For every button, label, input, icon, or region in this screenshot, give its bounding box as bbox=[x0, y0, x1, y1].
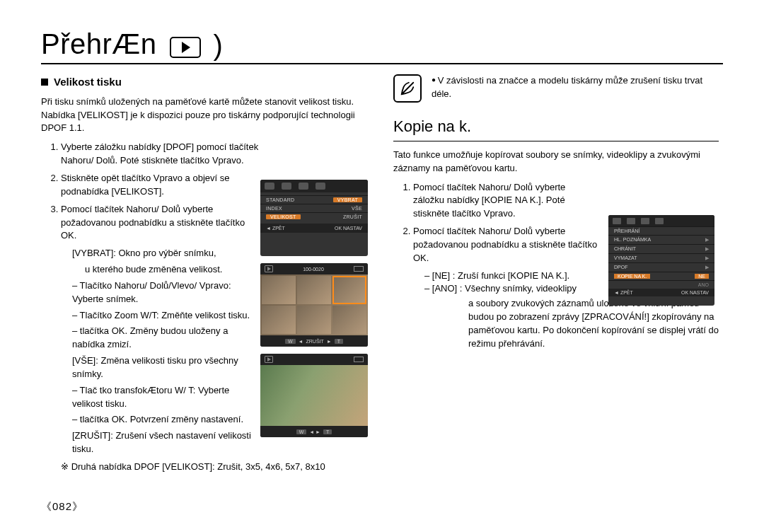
lcd4-back: ZPĚT bbox=[614, 290, 633, 295]
square-bullet-icon bbox=[41, 79, 48, 86]
page-title: PřehrÆn bbox=[41, 28, 157, 60]
play-mode-icon bbox=[265, 265, 273, 272]
lcd1-r2r: VŠE bbox=[352, 206, 362, 211]
lcd4-row1: PŘEHRÁNÍ bbox=[608, 226, 714, 235]
lcd-thumbnail-grid: 100-0020 W◄ ZRUŠIT ►T OK NASTAV bbox=[260, 263, 368, 347]
lcd1-ok: OK NASTAV bbox=[335, 226, 362, 231]
lcd1-back: ZPĚT bbox=[266, 226, 285, 231]
lcd4-row5: DPOF▶ bbox=[608, 262, 714, 272]
note-row: V závislosti na značce a modelu tiskárny… bbox=[393, 74, 719, 103]
paren-icon: ) bbox=[214, 30, 223, 62]
playback-icon bbox=[170, 37, 201, 58]
lcd1-row3: VELIKOSTZRUŠIT bbox=[260, 212, 368, 221]
lcd1-row2: INDEXVŠE bbox=[260, 204, 368, 212]
lcd4-ne: NE bbox=[695, 274, 709, 279]
play-tab-icon bbox=[282, 183, 291, 190]
zoom-control: W◄ ZRUŠIT ►T bbox=[285, 339, 343, 344]
lcd2-mid: ZRUŠIT bbox=[306, 339, 324, 344]
lcd4-r1: PŘEHRÁNÍ bbox=[614, 229, 639, 233]
lcd4-row6: KOPIE NA K.NE bbox=[608, 272, 714, 280]
camera-icon bbox=[265, 183, 274, 190]
thumb-selected bbox=[332, 276, 366, 304]
thumb bbox=[297, 276, 331, 304]
lcd1-body: STANDARDVYBRAT INDEXVŠE VELIKOSTZRUŠIT bbox=[260, 192, 368, 224]
right-rule bbox=[393, 141, 719, 141]
thumb bbox=[297, 306, 331, 334]
title-rule bbox=[41, 63, 723, 64]
lcd3-bot: W◄ ►T bbox=[260, 426, 368, 437]
lcd4-row3: CHRÁNIT▶ bbox=[608, 244, 714, 253]
thumbnail-grid bbox=[260, 274, 368, 335]
lcd4-r3: CHRÁNIT bbox=[614, 246, 636, 252]
right-intro: Tato funkce umožňuje kopírovat soubory s… bbox=[393, 149, 719, 175]
lcd4-row2: HL. POZNÁMKA▶ bbox=[608, 235, 714, 244]
title-row: PřehrÆn ) bbox=[41, 28, 723, 60]
zoom-w: W bbox=[296, 429, 307, 434]
zoom-t: T bbox=[335, 339, 343, 344]
lcd2-filenum: 100-0020 bbox=[303, 267, 324, 272]
thumb bbox=[262, 276, 296, 304]
lcd2-bot: W◄ ZRUŠIT ►T bbox=[260, 335, 368, 347]
camera-icon bbox=[613, 218, 621, 224]
lcd4-r6: KOPIE NA K. bbox=[614, 274, 650, 279]
lcd4-foot: ZPĚT OK NASTAV bbox=[608, 289, 714, 296]
lcd1-r3r: ZRUŠIT bbox=[343, 214, 362, 219]
lcd4-top bbox=[608, 215, 714, 226]
play-tab-icon bbox=[627, 218, 635, 224]
lcd4-ok: OK NASTAV bbox=[681, 290, 709, 295]
lcd1-row1: STANDARDVYBRAT bbox=[260, 195, 368, 204]
lcd2-top: 100-0020 bbox=[260, 263, 368, 274]
sound-icon bbox=[641, 218, 649, 224]
lcd1-r2l: INDEX bbox=[266, 206, 282, 211]
thumb bbox=[262, 306, 296, 334]
left-heading-text: Velikost tisku bbox=[54, 74, 122, 90]
lcd3-top bbox=[260, 354, 368, 365]
left-step-1: Vyberte záložku nabídky [DPOF] pomocí tl… bbox=[61, 141, 366, 168]
lcd3-photo bbox=[260, 365, 368, 426]
manual-page: PřehrÆn ) Velikost tisku Při tisku snímk… bbox=[0, 0, 764, 532]
left-intro: Při tisku snímků uložených na paměťové k… bbox=[41, 96, 366, 136]
left-footnote: Druhá nabídka DPOF [VELIKOST]: Zrušit, 3… bbox=[61, 461, 366, 474]
page-number: 082 bbox=[41, 500, 83, 514]
lcd4-r4: VYMAZAT bbox=[614, 255, 637, 261]
lcd4-r2: HL. POZNÁMKA bbox=[614, 237, 651, 243]
lcd1-r1r: VYBRAT bbox=[333, 197, 362, 202]
thumb bbox=[332, 306, 366, 334]
lcd4-row4: VYMAZAT▶ bbox=[608, 253, 714, 262]
battery-icon bbox=[354, 357, 364, 362]
lcd1-top bbox=[260, 180, 368, 192]
lcd-copy-menu: PŘEHRÁNÍ HL. POZNÁMKA▶ CHRÁNIT▶ VYMAZAT▶… bbox=[608, 215, 714, 306]
play-mode-icon bbox=[265, 356, 273, 363]
zoom-w: W bbox=[285, 339, 296, 344]
lcd1-r3l: VELIKOST bbox=[266, 214, 301, 219]
lcd1-r1l: STANDARD bbox=[266, 197, 294, 202]
left-heading: Velikost tisku bbox=[41, 74, 366, 90]
lcd4-row7: ANO bbox=[608, 280, 714, 289]
note-icon bbox=[393, 74, 422, 103]
zoom-control: W◄ ►T bbox=[296, 429, 332, 434]
sound-icon bbox=[299, 183, 308, 190]
lcd-single-image: W◄ ►T OK NASTAV bbox=[260, 354, 368, 437]
setup-icon bbox=[655, 218, 664, 224]
right-heading: Kopie na k. bbox=[393, 115, 719, 138]
battery-icon bbox=[354, 266, 364, 272]
lcd4-r5: DPOF bbox=[614, 265, 627, 270]
lcd1-foot: ZPĚT OK NASTAV bbox=[260, 224, 368, 233]
lcd-dpof-menu: STANDARDVYBRAT INDEXVŠE VELIKOSTZRUŠIT Z… bbox=[260, 180, 368, 256]
zoom-t: T bbox=[323, 429, 332, 434]
setup-icon bbox=[316, 183, 325, 190]
lcd2-photo-area bbox=[260, 274, 368, 335]
lcd4-ano: ANO bbox=[698, 282, 709, 287]
note-text: V závislosti na značce a modelu tiskárny… bbox=[432, 74, 719, 101]
